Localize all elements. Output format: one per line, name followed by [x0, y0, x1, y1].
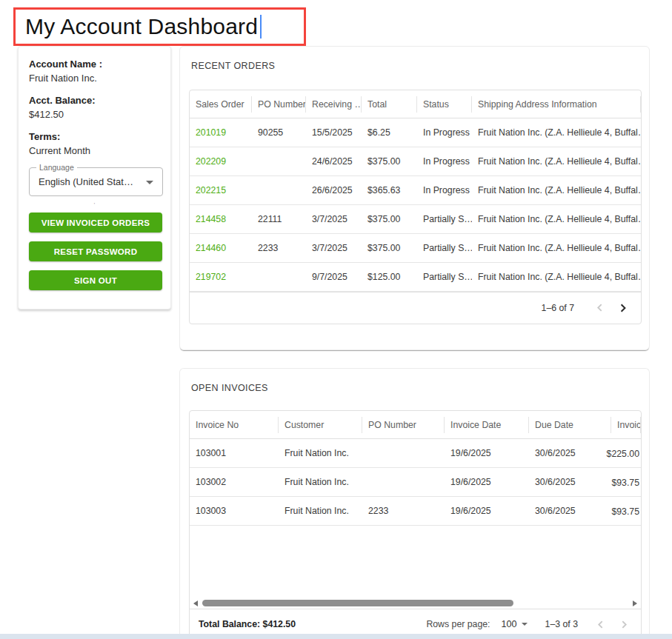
- sales-order-link[interactable]: 202209: [190, 156, 252, 167]
- reset-password-button[interactable]: RESET PASSWORD: [29, 241, 162, 261]
- cell-invoice-date: 19/6/2025: [445, 506, 529, 516]
- cell-receiving-date: 3/7/2025: [306, 243, 362, 253]
- open-invoices-header-row: Invoice No Customer PO Number Invoice Da…: [190, 411, 641, 439]
- sign-out-button[interactable]: SIGN OUT: [29, 270, 162, 290]
- invoice-row: 103002 Fruit Nation Inc. 19/6/2025 30/6/…: [190, 468, 641, 497]
- scrollbar-track[interactable]: [202, 600, 628, 606]
- terms-value: Current Month: [29, 145, 160, 156]
- recent-orders-table: Sales Order PO Number Receiving … Total …: [189, 90, 642, 324]
- account-balance-value: $412.50: [29, 109, 160, 120]
- recent-orders-pagination: 1–6 of 7: [190, 292, 641, 323]
- cell-po-number: 2233: [362, 506, 445, 516]
- open-invoices-card: OPEN INVOICES Invoice No Customer PO Num…: [179, 368, 650, 639]
- sales-order-link[interactable]: 214460: [190, 243, 252, 253]
- previous-page-icon[interactable]: [591, 299, 608, 317]
- cell-shipping-address: Fruit Nation Inc. (Z.A. Hellieule 4, Buf…: [472, 156, 641, 167]
- scroll-left-icon[interactable]: [193, 600, 198, 606]
- scrollbar-thumb[interactable]: [202, 600, 513, 606]
- col-po-number: PO Number: [362, 411, 445, 438]
- cell-due-date: 30/6/2025: [529, 506, 611, 516]
- sales-order-link[interactable]: 219702: [190, 272, 252, 282]
- order-row: 202215 26/6/2025 $365.63 In Progress Fru…: [190, 176, 641, 205]
- cell-invoice-amount: $93.75: [611, 478, 639, 488]
- col-sales-order: Sales Order: [190, 90, 252, 118]
- open-invoices-table: Invoice No Customer PO Number Invoice Da…: [189, 410, 642, 639]
- language-select[interactable]: Language English (United Stat…: [29, 167, 163, 196]
- cell-customer: Fruit Nation Inc.: [279, 477, 362, 487]
- cell-shipping-address: Fruit Nation Inc. (Z.A. Hellieule 4, Buf…: [472, 243, 641, 253]
- rows-per-page-label: Rows per page:: [426, 619, 490, 629]
- language-select-label: Language: [36, 163, 77, 172]
- cell-po-number: 22111: [252, 214, 306, 224]
- cell-total: $6.25: [362, 127, 417, 138]
- rows-per-page-value: 100: [502, 619, 517, 629]
- page-title-box: My Account Dashboard: [13, 7, 306, 46]
- account-balance-label: Acct. Balance:: [29, 95, 160, 106]
- col-invoice-no: Invoice No: [190, 411, 279, 438]
- window-bottom-edge: [0, 634, 672, 639]
- view-invoiced-orders-button[interactable]: VIEW INVOICED ORDERS: [29, 213, 162, 232]
- cell-status: Partially S…: [417, 243, 472, 253]
- text-caret: [260, 15, 262, 39]
- col-customer: Customer: [279, 411, 362, 438]
- col-po-number: PO Number: [252, 90, 306, 118]
- cell-total: $365.63: [362, 185, 417, 195]
- order-row: 219702 9/7/2025 $125.00 Partially S… Fru…: [190, 263, 641, 292]
- cell-po-number: 2233: [252, 243, 306, 253]
- cell-status: In Progress: [417, 156, 472, 167]
- col-due-date: Due Date: [529, 411, 611, 438]
- account-name-label: Account Name :: [29, 58, 160, 70]
- col-total: Total: [362, 90, 417, 118]
- cell-invoice-date: 19/6/2025: [445, 477, 529, 487]
- cell-status: Partially S…: [417, 214, 472, 224]
- previous-page-icon[interactable]: [591, 615, 609, 633]
- invoice-row: 103003 Fruit Nation Inc. 2233 19/6/2025 …: [190, 497, 641, 526]
- col-receiving-date: Receiving …: [306, 90, 362, 118]
- cell-due-date: 30/6/2025: [529, 477, 611, 487]
- col-invoice-date: Invoice Date: [445, 411, 529, 438]
- cell-invoice-no: 103003: [190, 506, 279, 516]
- cell-receiving-date: 3/7/2025: [306, 214, 362, 224]
- pagination-range: 1–6 of 7: [542, 303, 574, 313]
- stray-mark: ': [29, 202, 160, 211]
- terms-field: Terms: Current Month: [29, 131, 160, 156]
- sales-order-link[interactable]: 201019: [190, 127, 252, 138]
- order-row: 214458 22111 3/7/2025 $375.00 Partially …: [190, 205, 641, 234]
- sales-order-link[interactable]: 202215: [190, 185, 252, 195]
- sidebar-buttons: VIEW INVOICED ORDERS RESET PASSWORD SIGN…: [29, 213, 160, 290]
- cell-customer: Fruit Nation Inc.: [279, 506, 362, 516]
- cell-invoice-amount: $225.00: [607, 449, 639, 459]
- terms-label: Terms:: [29, 131, 160, 142]
- col-status: Status: [417, 90, 472, 118]
- language-select-value: English (United Stat…: [39, 176, 133, 187]
- cell-shipping-address: Fruit Nation Inc. (Z.A. Hellieule 4, Buf…: [472, 214, 641, 224]
- rows-per-page-select[interactable]: 100: [502, 619, 528, 629]
- table-empty-space: [190, 526, 641, 598]
- cell-invoice-no: 103001: [190, 448, 279, 458]
- cell-status: In Progress: [417, 185, 472, 195]
- col-invoice-amount: Invoice A: [611, 411, 641, 438]
- horizontal-scrollbar[interactable]: [190, 598, 641, 609]
- total-balance: Total Balance: $412.50: [199, 619, 296, 629]
- scroll-right-icon[interactable]: [633, 600, 637, 606]
- cell-status: In Progress: [417, 127, 472, 138]
- order-row: 214460 2233 3/7/2025 $375.00 Partially S…: [190, 234, 641, 263]
- cell-customer: Fruit Nation Inc.: [279, 448, 362, 458]
- dashboard-page: My Account Dashboard Account Name : Frui…: [0, 0, 672, 639]
- sales-order-link[interactable]: 214458: [190, 214, 252, 224]
- cell-receiving-date: 9/7/2025: [306, 272, 362, 282]
- cell-status: Partially S…: [417, 272, 472, 282]
- cell-shipping-address: Fruit Nation Inc. (Z.A. Hellieule 4, Buf…: [472, 127, 641, 138]
- recent-orders-title: RECENT ORDERS: [180, 47, 649, 71]
- cell-total: $375.00: [362, 243, 417, 253]
- chevron-down-icon: [522, 623, 528, 626]
- cell-total: $375.00: [362, 156, 417, 167]
- cell-total: $125.00: [362, 272, 417, 282]
- account-balance-field: Acct. Balance: $412.50: [29, 95, 160, 120]
- account-name-field: Account Name : Fruit Nation Inc.: [29, 58, 160, 84]
- next-page-icon[interactable]: [615, 615, 633, 633]
- next-page-icon[interactable]: [614, 299, 632, 317]
- cell-due-date: 30/6/2025: [529, 448, 611, 458]
- invoice-row: 103001 Fruit Nation Inc. 19/6/2025 30/6/…: [190, 439, 641, 468]
- pagination-range: 1–3 of 3: [545, 619, 578, 629]
